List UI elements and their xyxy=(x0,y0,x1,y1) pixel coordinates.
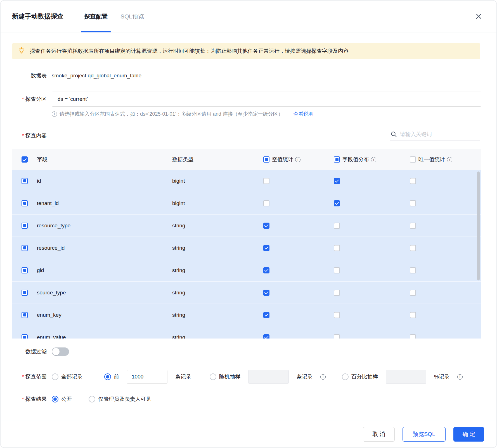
field-type-cell: string xyxy=(172,290,263,296)
range-option-percent-sample[interactable]: 百分比抽样 %记录 xyxy=(342,370,463,384)
value-dist-info-icon[interactable] xyxy=(371,157,376,162)
table-scrollbar[interactable] xyxy=(477,171,480,280)
row-unique-stat-checkbox[interactable] xyxy=(410,245,416,251)
explore-result-label: 探查结果 xyxy=(12,395,47,403)
field-type-cell: string xyxy=(172,245,263,251)
row-null-stat-checkbox[interactable] xyxy=(263,178,269,184)
tab-bar: 探查配置 SQL预览 xyxy=(80,1,148,32)
tab-label: 探查配置 xyxy=(84,13,108,20)
data-filter-toggle[interactable] xyxy=(52,347,69,356)
result-option-admin-only[interactable]: 仅管理员及负责人可见 xyxy=(89,395,151,403)
unique-stat-all-checkbox[interactable] xyxy=(410,156,416,163)
unique-stat-info-icon[interactable] xyxy=(447,157,452,162)
row-unique-stat-checkbox[interactable] xyxy=(410,290,416,296)
radio-public[interactable] xyxy=(52,396,58,402)
row-null-stat-checkbox[interactable] xyxy=(263,290,269,296)
field-table-row: gidstring xyxy=(12,259,481,282)
random-sample-input[interactable] xyxy=(248,370,289,384)
view-doc-link[interactable]: 查看说明 xyxy=(294,111,314,117)
column-unique-stat: 唯一值统计 xyxy=(418,156,445,163)
field-type-cell: string xyxy=(172,223,263,229)
partition-hint-text: 请选择或输入分区范围表达式，如：ds=‘2025-01-01’；多级分区请用 a… xyxy=(60,111,283,117)
row-select-checkbox[interactable] xyxy=(22,290,28,296)
field-name-cell: source_type xyxy=(37,290,172,296)
field-name-cell: id xyxy=(37,178,172,184)
confirm-button[interactable]: 确 定 xyxy=(453,427,484,442)
partition-label: 探查分区 xyxy=(12,96,47,103)
row-value-dist-checkbox[interactable] xyxy=(334,245,340,251)
row-select-checkbox[interactable] xyxy=(22,267,28,273)
field-search-input[interactable] xyxy=(400,131,480,137)
range-option-all-records[interactable]: 全部记录 xyxy=(52,373,82,380)
row-unique-stat-checkbox[interactable] xyxy=(410,312,416,318)
field-type-cell: string xyxy=(172,267,263,273)
tab-sql-preview[interactable]: SQL预览 xyxy=(116,1,148,32)
column-field: 字段 xyxy=(37,156,172,163)
radio-admin-only[interactable] xyxy=(89,396,95,402)
row-null-stat-checkbox[interactable] xyxy=(263,267,269,273)
explore-result-row: 探查结果 公开 仅管理员及负责人可见 xyxy=(1,395,496,403)
random-sample-info-icon[interactable] xyxy=(320,374,326,380)
field-table-row: tenant_idbigint xyxy=(12,192,481,215)
radio-percent-sample[interactable] xyxy=(342,373,349,380)
field-name-cell: gid xyxy=(37,267,172,273)
lightbulb-icon xyxy=(18,47,25,55)
null-stat-all-checkbox[interactable] xyxy=(263,156,269,163)
select-all-checkbox[interactable] xyxy=(22,156,28,163)
row-select-checkbox[interactable] xyxy=(22,312,28,318)
datatable-value: smoke_project.qd_global_enum_table xyxy=(52,73,141,79)
preview-sql-button[interactable]: 预览SQL xyxy=(403,427,446,442)
row-value-dist-checkbox[interactable] xyxy=(334,267,340,273)
row-null-stat-checkbox[interactable] xyxy=(263,223,269,229)
close-icon[interactable] xyxy=(475,13,482,20)
row-unique-stat-checkbox[interactable] xyxy=(410,267,416,273)
radio-top-n[interactable] xyxy=(104,373,111,380)
warning-text: 探查任务运行将消耗数据表所在项目绑定的计算源资源，运行时间可能较长；为防止影响其… xyxy=(30,47,349,55)
row-unique-stat-checkbox[interactable] xyxy=(410,178,416,184)
row-value-dist-checkbox[interactable] xyxy=(334,178,340,184)
column-null-stat: 空值统计 xyxy=(272,156,293,163)
row-select-checkbox[interactable] xyxy=(22,200,28,206)
data-filter-row: 数据过滤 xyxy=(1,347,496,356)
top-n-input[interactable] xyxy=(127,370,167,384)
row-null-stat-checkbox[interactable] xyxy=(263,334,269,339)
cancel-button[interactable]: 取 消 xyxy=(363,427,395,442)
row-select-checkbox[interactable] xyxy=(22,178,28,184)
row-unique-stat-checkbox[interactable] xyxy=(410,223,416,229)
field-table-header: 字段 数据类型 空值统计 字段值分布 唯一值统计 xyxy=(12,149,481,170)
row-value-dist-checkbox[interactable] xyxy=(334,290,340,296)
field-table-row: resource_idstring xyxy=(12,237,481,259)
row-null-stat-checkbox[interactable] xyxy=(263,245,269,251)
radio-random-sample[interactable] xyxy=(210,373,216,380)
result-option-public[interactable]: 公开 xyxy=(52,395,72,403)
value-dist-all-checkbox[interactable] xyxy=(334,156,340,163)
search-icon xyxy=(390,131,397,138)
percent-sample-input[interactable] xyxy=(386,370,426,384)
range-option-random-sample[interactable]: 随机抽样 条记录 xyxy=(210,370,326,384)
row-unique-stat-checkbox[interactable] xyxy=(410,334,416,339)
null-stat-info-icon[interactable] xyxy=(295,157,300,162)
field-type-cell: string xyxy=(172,312,263,318)
new-manual-data-exploration-dialog: 新建手动数据探查 探查配置 SQL预览 探查任务运行 xyxy=(0,0,497,448)
row-select-checkbox[interactable] xyxy=(22,245,28,251)
row-select-checkbox[interactable] xyxy=(22,334,28,339)
column-value-dist: 字段值分布 xyxy=(342,156,369,163)
field-name-cell: resource_type xyxy=(37,223,172,229)
row-null-stat-checkbox[interactable] xyxy=(263,200,269,206)
row-select-checkbox[interactable] xyxy=(22,223,28,229)
info-icon xyxy=(52,111,57,117)
row-value-dist-checkbox[interactable] xyxy=(334,334,340,339)
row-value-dist-checkbox[interactable] xyxy=(334,312,340,318)
range-option-top-n[interactable]: 前 条记录 xyxy=(104,370,191,384)
row-value-dist-checkbox[interactable] xyxy=(334,223,340,229)
percent-sample-info-icon[interactable] xyxy=(457,374,463,380)
row-value-dist-checkbox[interactable] xyxy=(334,200,340,206)
partition-hint-row: 请选择或输入分区范围表达式，如：ds=‘2025-01-01’；多级分区请用 a… xyxy=(1,111,496,117)
partition-expression-input[interactable] xyxy=(52,92,481,107)
field-search-box xyxy=(390,131,480,141)
tab-explore-config[interactable]: 探查配置 xyxy=(80,1,112,32)
radio-all-records[interactable] xyxy=(52,373,58,380)
row-unique-stat-checkbox[interactable] xyxy=(410,200,416,206)
field-table-row: enum_valuestring xyxy=(12,326,481,339)
row-null-stat-checkbox[interactable] xyxy=(263,312,269,318)
